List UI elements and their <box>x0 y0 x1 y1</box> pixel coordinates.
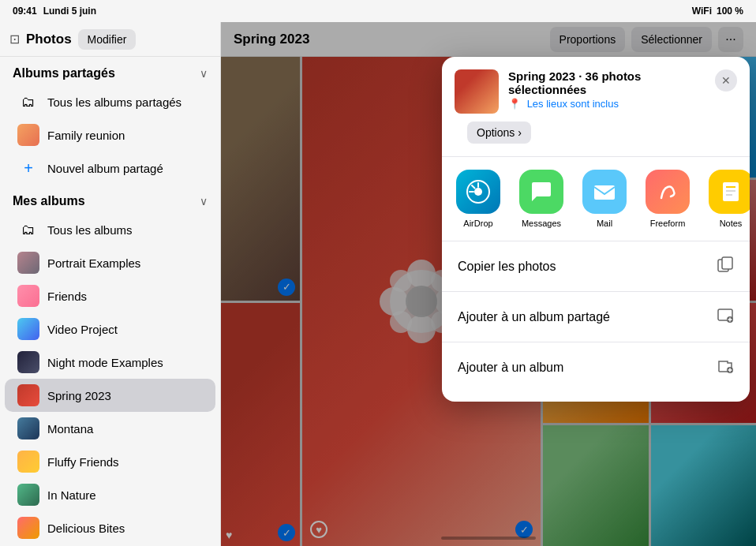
add-album-icon <box>717 357 734 378</box>
sidebar-item-portrait[interactable]: Portrait Examples <box>5 246 215 279</box>
svg-rect-12 <box>594 185 615 200</box>
share-app-messages[interactable]: Messages <box>518 170 565 228</box>
airdrop-label: AirDrop <box>463 219 492 228</box>
video-icon <box>17 318 39 340</box>
all-albums-icon: 🗂 <box>17 219 39 241</box>
new-shared-icon: + <box>17 157 39 179</box>
add-album-label: Ajouter à un album <box>458 361 563 375</box>
share-sheet-info: Spring 2023 · 36 photos sélectionnées 📍 … <box>508 69 705 110</box>
shared-albums-title: Albums partagés <box>13 66 115 80</box>
share-sheet-header: Spring 2023 · 36 photos sélectionnées 📍 … <box>442 57 750 122</box>
fluffy-label: Fluffy Friends <box>47 455 119 469</box>
mail-label: Mail <box>597 219 612 228</box>
fluffy-icon <box>17 451 39 473</box>
family-reunion-icon <box>17 124 39 146</box>
airdrop-icon <box>456 170 500 214</box>
portrait-icon <box>17 252 39 274</box>
sidebar-item-montana[interactable]: Montana <box>5 412 215 445</box>
share-app-freeform[interactable]: Freeform <box>644 170 691 228</box>
sidebar-item-night[interactable]: Night mode Examples <box>5 346 215 379</box>
messages-icon <box>519 170 563 214</box>
sidebar-item-innature[interactable]: In Nature <box>5 478 215 511</box>
sidebar-item-all-albums[interactable]: 🗂 Tous les albums <box>5 213 215 246</box>
family-reunion-label: Family reunion <box>47 129 125 142</box>
add-shared-label: Ajouter à un album partagé <box>458 310 610 324</box>
sidebar-item-all-shared[interactable]: 🗂 Tous les albums partagés <box>5 85 215 118</box>
sidebar-toggle-button[interactable]: ⊡ <box>9 32 20 47</box>
svg-point-11 <box>474 188 482 196</box>
mail-icon <box>582 170 627 214</box>
copy-icon <box>717 256 734 277</box>
share-action-add-shared[interactable]: Ajouter à un album partagé <box>442 295 750 338</box>
sidebar-toolbar: ⊡ Photos Modifier <box>0 22 220 57</box>
my-albums-title: Mes albums <box>13 194 85 208</box>
sidebar-item-fluffy[interactable]: Fluffy Friends <box>5 445 215 478</box>
share-sheet-options-button[interactable]: Options › <box>467 122 531 144</box>
sidebar-item-spring[interactable]: Spring 2023 <box>5 379 215 412</box>
share-separator-1 <box>442 156 750 157</box>
main-area: Spring 2023 Proportions Sélectionner ···… <box>221 22 756 546</box>
spring-label: Spring 2023 <box>47 389 111 402</box>
share-action-copy[interactable]: Copier les photos <box>442 245 750 288</box>
friends-label: Friends <box>47 290 87 303</box>
all-shared-icon: 🗂 <box>17 91 39 113</box>
add-shared-icon <box>717 306 734 327</box>
freeform-icon <box>646 170 690 214</box>
share-app-notes[interactable]: Notes <box>707 170 750 228</box>
portrait-label: Portrait Examples <box>47 256 140 270</box>
share-separator-3 <box>442 291 750 292</box>
sidebar-item-new-shared[interactable]: + Nouvel album partagé <box>5 151 215 185</box>
battery-status: 100 % <box>717 6 743 17</box>
sidebar-item-family-reunion[interactable]: Family reunion <box>5 118 215 151</box>
share-separator-2 <box>442 241 750 241</box>
share-app-mail[interactable]: Mail <box>581 170 628 228</box>
sidebar-item-video[interactable]: Video Project <box>5 312 215 346</box>
share-app-airdrop[interactable]: AirDrop <box>455 170 502 228</box>
share-sheet: Spring 2023 · 36 photos sélectionnées 📍 … <box>442 57 750 402</box>
svg-rect-13 <box>723 182 739 201</box>
notes-label: Notes <box>720 219 743 228</box>
my-albums-chevron-icon: ∨ <box>200 195 208 208</box>
share-overlay[interactable]: Spring 2023 · 36 photos sélectionnées 📍 … <box>221 22 756 546</box>
svg-rect-18 <box>722 257 732 269</box>
montana-label: Montana <box>47 422 93 436</box>
messages-label: Messages <box>522 219 561 228</box>
app-title: Photos <box>26 32 72 47</box>
all-albums-label: Tous les albums <box>47 223 133 237</box>
innature-icon <box>17 484 39 506</box>
share-apps-row: AirDrop Messages <box>442 160 750 237</box>
shared-albums-section-header: Albums partagés ∨ <box>0 57 220 85</box>
delicious-icon <box>17 517 39 539</box>
share-action-add-album[interactable]: Ajouter à un album <box>442 346 750 389</box>
notes-icon <box>709 170 750 214</box>
innature-label: In Nature <box>47 488 96 502</box>
all-shared-label: Tous les albums partagés <box>47 95 182 109</box>
sidebar: ⊡ Photos Modifier Albums partagés ∨ 🗂 To… <box>0 22 221 546</box>
delicious-label: Delicious Bites <box>47 522 125 535</box>
share-sheet-close-button[interactable]: ✕ <box>715 69 737 92</box>
wifi-icon: WiFi <box>692 6 712 17</box>
status-time: 09:41 <box>13 6 37 17</box>
status-day: Lundi 5 juin <box>43 6 96 17</box>
my-albums-section-header: Mes albums ∨ <box>0 185 220 213</box>
night-icon <box>17 351 39 373</box>
spring-icon <box>17 384 39 406</box>
new-shared-label: Nouvel album partagé <box>47 162 163 175</box>
shared-albums-chevron-icon: ∨ <box>200 67 208 80</box>
montana-icon <box>17 417 39 439</box>
video-label: Video Project <box>47 323 118 336</box>
modify-button[interactable]: Modifier <box>78 29 137 50</box>
share-separator-4 <box>442 342 750 342</box>
share-sheet-thumbnail <box>455 69 499 114</box>
share-sheet-location-note: 📍 Les lieux sont inclus <box>508 98 705 110</box>
app-container: ⊡ Photos Modifier Albums partagés ∨ 🗂 To… <box>0 22 756 546</box>
status-bar: 09:41 Lundi 5 juin WiFi 100 % <box>0 0 756 22</box>
sidebar-body: Albums partagés ∨ 🗂 Tous les albums part… <box>0 57 220 546</box>
freeform-label: Freeform <box>650 219 686 228</box>
sidebar-item-friends[interactable]: Friends <box>5 279 215 312</box>
night-label: Night mode Examples <box>47 356 163 369</box>
sidebar-item-delicious[interactable]: Delicious Bites <box>5 511 215 544</box>
copy-label: Copier les photos <box>458 260 556 274</box>
share-sheet-title: Spring 2023 · 36 photos sélectionnées <box>508 69 705 96</box>
friends-icon <box>17 285 39 307</box>
